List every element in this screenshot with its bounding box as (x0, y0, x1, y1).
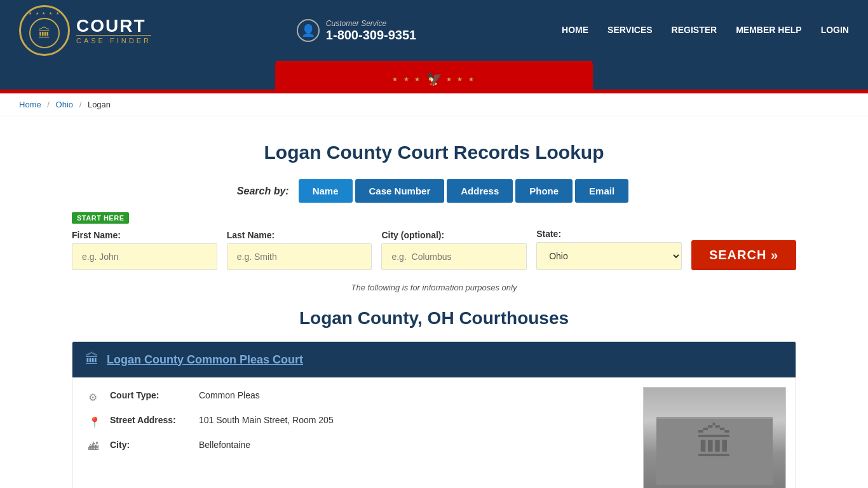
address-label: Street Address: (110, 415, 199, 425)
first-name-label: First Name: (72, 230, 217, 240)
detail-row-city: 🏙 City: Bellefontaine (88, 440, 627, 452)
nav-member-help[interactable]: MEMBER HELP (736, 22, 801, 39)
tab-address[interactable]: Address (447, 179, 513, 203)
search-fields: First Name: Last Name: City (optional): … (72, 229, 796, 270)
main-content: Logan County Court Records Lookup Search… (53, 116, 815, 488)
eagle-area: ★ ★ ★ 🦅 ★ ★ ★ (392, 71, 476, 86)
state-label: State: (536, 229, 682, 239)
customer-service: 👤 Customer Service 1-800-309-9351 (297, 19, 416, 43)
cs-text: Customer Service 1-800-309-9351 (326, 19, 416, 43)
courthouse-image (643, 387, 786, 488)
courthouse-header: 🏛 Logan County Common Pleas Court (72, 342, 796, 377)
courthouses-title: Logan County, OH Courthouses (72, 308, 796, 329)
first-name-group: First Name: (72, 230, 217, 270)
header-curve: ★ ★ ★ 🦅 ★ ★ ★ (0, 61, 868, 90)
main-nav: HOME SERVICES REGISTER MEMBER HELP LOGIN (562, 22, 849, 39)
page-title: Logan County Court Records Lookup (72, 142, 796, 163)
building-illustration (644, 388, 785, 488)
tab-case-number[interactable]: Case Number (355, 179, 445, 203)
nav-home[interactable]: HOME (562, 22, 588, 39)
courthouse-details: ⚙ Court Type: Common Pleas 📍 Street Addr… (72, 377, 643, 488)
breadcrumb-logan: Logan (88, 100, 111, 109)
address-icon: 📍 (88, 416, 102, 428)
state-group: State: Ohio Alabama Alaska Arizona Calif… (536, 229, 682, 270)
city-input[interactable] (381, 243, 527, 270)
last-name-label: Last Name: (227, 230, 372, 240)
detail-row-address: 📍 Street Address: 101 South Main Street,… (88, 415, 627, 428)
logo-area: 🏛 COURT CASE FINDER (19, 5, 151, 56)
city-group: City (optional): (381, 230, 527, 270)
court-type-icon: ⚙ (88, 391, 102, 403)
city-label: City (optional): (381, 230, 527, 240)
courthouse-building-icon: 🏛 (85, 351, 99, 368)
tab-name[interactable]: Name (299, 179, 353, 203)
red-bar (0, 90, 868, 93)
city-icon: 🏙 (88, 441, 102, 452)
nav-register[interactable]: REGISTER (672, 22, 717, 39)
city-value: Bellefontaine (199, 440, 250, 450)
header-top: 🏛 COURT CASE FINDER 👤 Customer Service 1… (0, 0, 868, 61)
info-note: The following is for information purpose… (72, 283, 796, 292)
last-name-group: Last Name: (227, 230, 372, 270)
first-name-input[interactable] (72, 243, 217, 270)
search-button[interactable]: SEARCH » (691, 240, 796, 270)
start-here-badge: START HERE (72, 212, 129, 224)
search-by-label: Search by: (237, 186, 289, 197)
cs-label: Customer Service (326, 19, 416, 28)
tab-email[interactable]: Email (575, 179, 628, 203)
phone-icon: 👤 (297, 19, 320, 42)
eagle-stars-right: ★ ★ ★ (446, 76, 477, 83)
courthouse-body: ⚙ Court Type: Common Pleas 📍 Street Addr… (72, 377, 796, 488)
nav-login[interactable]: LOGIN (821, 22, 849, 39)
court-type-value: Common Pleas (199, 390, 260, 400)
courthouse-name[interactable]: Logan County Common Pleas Court (107, 353, 303, 367)
address-value: 101 South Main Street, Room 205 (199, 415, 334, 425)
logo-columns-icon: 🏛 (38, 26, 51, 41)
detail-row-court-type: ⚙ Court Type: Common Pleas (88, 390, 627, 403)
cs-phone: 1-800-309-9351 (326, 28, 416, 43)
eagle-stars-left: ★ ★ ★ (392, 76, 423, 83)
breadcrumb-sep-1: / (47, 100, 50, 109)
eagle-icon: 🦅 (426, 71, 442, 86)
city-label-detail: City: (110, 440, 199, 450)
state-select[interactable]: Ohio Alabama Alaska Arizona California F… (536, 242, 682, 270)
tab-phone[interactable]: Phone (515, 179, 573, 203)
search-by-row: Search by: Name Case Number Address Phon… (72, 179, 796, 203)
search-section: Search by: Name Case Number Address Phon… (72, 179, 796, 270)
logo-inner: 🏛 (29, 18, 60, 48)
breadcrumb: Home / Ohio / Logan (0, 93, 868, 116)
breadcrumb-sep-2: / (79, 100, 82, 109)
courthouse-card: 🏛 Logan County Common Pleas Court ⚙ Cour… (72, 341, 796, 488)
logo-case-finder-text: CASE FINDER (76, 35, 151, 44)
nav-services[interactable]: SERVICES (607, 22, 653, 39)
last-name-input[interactable] (227, 243, 372, 270)
logo-badge: 🏛 (19, 5, 70, 56)
site-header: ★ ★ ★ ★ ★ ★ 🏛 COURT CASE FINDER 👤 Custom… (0, 0, 868, 93)
logo-court-text: COURT (76, 17, 146, 35)
breadcrumb-home[interactable]: Home (19, 100, 41, 109)
breadcrumb-ohio[interactable]: Ohio (56, 100, 73, 109)
court-type-label: Court Type: (110, 390, 199, 400)
logo-text: COURT CASE FINDER (76, 17, 151, 44)
